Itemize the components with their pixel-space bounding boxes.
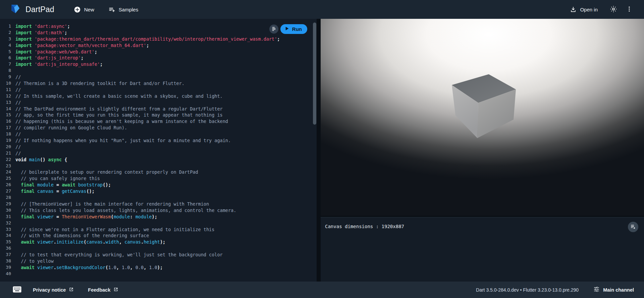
code-token: import: [15, 43, 32, 48]
code-line[interactable]: 16// happening (this is because we aren'…: [0, 118, 317, 125]
code-line[interactable]: 7import 'dart:js_interop_unsafe';: [0, 61, 317, 68]
code-token: // to yellow: [15, 258, 54, 264]
code-line[interactable]: 33 // since we're not in a Flutter appli…: [0, 226, 317, 233]
code-token: // compiler running on Google Cloud Run)…: [15, 125, 127, 130]
clear-console-button[interactable]: [628, 222, 638, 232]
code-line[interactable]: 6import 'dart:js_interop';: [0, 55, 317, 61]
line-number: 13: [0, 99, 11, 106]
code-line[interactable]: 18//: [0, 131, 317, 137]
code-line[interactable]: 31 final viewer = ThermionViewerWasm(mod…: [0, 214, 317, 220]
code-line[interactable]: 27 final canvas = getCanvas();: [0, 188, 317, 195]
code-token: import: [15, 30, 32, 35]
render-canvas[interactable]: [321, 19, 644, 216]
feedback-link[interactable]: Feedback: [88, 287, 118, 293]
code-token: // Thermion is a 3D rendering toolkit fo…: [15, 81, 184, 86]
code-text: //: [15, 87, 21, 93]
new-button[interactable]: New: [70, 3, 98, 16]
code-line[interactable]: 29 // [ThermionViewer] is the main inter…: [0, 201, 317, 207]
code-line[interactable]: 32: [0, 220, 317, 226]
code-line[interactable]: 38 // to yellow: [0, 258, 317, 264]
code-line[interactable]: 19// If nothing happens when you hit "Ru…: [0, 137, 317, 144]
console-line: Canvas dimensions : 644x298: [325, 223, 644, 230]
line-number: 31: [0, 214, 11, 220]
code-line[interactable]: 2import 'dart:math';: [0, 30, 317, 36]
code-token: // since we're not in a Flutter applicat…: [15, 227, 214, 232]
line-number: 35: [0, 239, 11, 245]
code-token: ;: [64, 30, 67, 35]
code-lines: 1import 'dart:async';2import 'dart:math'…: [0, 19, 317, 277]
line-number: 22: [0, 157, 11, 163]
right-panel: Canvas dimensions : 644x298: [321, 19, 644, 282]
overflow-menu-button[interactable]: [623, 3, 635, 16]
code-line[interactable]: 34 // with the dimensions of the renderi…: [0, 232, 317, 239]
panel-splitter[interactable]: [317, 19, 321, 282]
code-line[interactable]: 8: [0, 68, 317, 74]
code-line[interactable]: 15// app, so the first time you run this…: [0, 112, 317, 118]
format-button[interactable]: [269, 25, 278, 34]
footer: Privacy notice Feedback Dart 3.5.0-284.0…: [0, 282, 644, 298]
code-token: .: [54, 265, 56, 270]
feedback-label: Feedback: [88, 287, 110, 293]
code-line[interactable]: 21//: [0, 150, 317, 157]
code-token: //: [15, 74, 21, 80]
code-token: // In this sample, we'll create a basic …: [15, 93, 223, 99]
code-line[interactable]: 35 await viewer.initialize(canvas.width,…: [0, 239, 317, 245]
code-line[interactable]: 11//: [0, 87, 317, 93]
code-token: [26, 157, 29, 162]
code-line[interactable]: 22void main() async {: [0, 157, 317, 163]
code-text: // boilerplate to setup our rendering co…: [15, 169, 198, 175]
code-line[interactable]: 3import 'package:thermion_dart/thermion_…: [0, 36, 317, 42]
brightness-toggle-button[interactable]: [607, 3, 620, 16]
code-line[interactable]: 36: [0, 245, 317, 252]
code-token: [15, 188, 21, 194]
code-token: ;: [146, 43, 149, 48]
code-line[interactable]: 9//: [0, 74, 317, 80]
code-line[interactable]: 10// Thermion is a 3D rendering toolkit …: [0, 80, 317, 87]
code-text: await viewer.setBackgroundColor(1.0, 1.0…: [15, 264, 163, 271]
code-line[interactable]: 17// compiler running on Google Cloud Ru…: [0, 125, 317, 131]
cube-render: [321, 19, 644, 216]
code-text: import 'dart:math';: [15, 30, 67, 36]
code-line[interactable]: 5import 'package:web/web.dart';: [0, 49, 317, 55]
code-token: import: [15, 55, 32, 60]
code-text: //: [15, 99, 21, 106]
code-line[interactable]: 13//: [0, 99, 317, 106]
code-line[interactable]: 37 // to test that everything is working…: [0, 252, 317, 258]
code-line[interactable]: 24 // boilerplate to setup our rendering…: [0, 169, 317, 175]
channel-selector[interactable]: Main channel: [593, 286, 634, 294]
code-token: canvas: [124, 239, 141, 245]
open-in-button[interactable]: Open in: [567, 3, 601, 15]
code-line[interactable]: 25 // you can safely ignore this: [0, 175, 317, 182]
code-token: 'package:vector_math/vector_math_64.dart…: [35, 43, 146, 48]
code-line[interactable]: 23: [0, 163, 317, 169]
code-line[interactable]: 28: [0, 195, 317, 201]
line-number: 17: [0, 125, 11, 131]
editor-scrollbar[interactable]: [313, 23, 316, 125]
code-editor-panel[interactable]: 1import 'dart:async';2import 'dart:math'…: [0, 19, 317, 282]
code-text: void main() async {: [15, 157, 67, 163]
code-line[interactable]: 14// The DartPad environment is slightly…: [0, 106, 317, 112]
playlist-add-icon: [108, 6, 115, 13]
line-number: 7: [0, 61, 11, 68]
code-line[interactable]: 40: [0, 271, 317, 277]
code-line[interactable]: 30 // This class lets you load assets, l…: [0, 207, 317, 214]
code-line[interactable]: 20//: [0, 144, 317, 150]
code-line[interactable]: 4import 'package:vector_math/vector_math…: [0, 42, 317, 49]
code-line[interactable]: 26 final module = await bootstrap();: [0, 182, 317, 188]
code-line[interactable]: 12// In this sample, we'll create a basi…: [0, 93, 317, 99]
code-token: (: [111, 214, 114, 219]
external-link-icon: [113, 287, 118, 293]
code-line[interactable]: 39 await viewer.setBackgroundColor(1.0, …: [0, 264, 317, 271]
channel-label: Main channel: [603, 287, 634, 293]
run-button[interactable]: Run: [280, 24, 307, 34]
line-number: 18: [0, 131, 11, 137]
line-number: 2: [0, 30, 11, 36]
code-token: canvas: [86, 239, 103, 245]
samples-button[interactable]: Samples: [105, 3, 142, 16]
line-number: 39: [0, 264, 11, 271]
privacy-notice-link[interactable]: Privacy notice: [33, 287, 74, 293]
code-text: // app, so the first time you run this s…: [15, 112, 223, 118]
code-token: {: [62, 157, 67, 162]
keyboard-shortcuts-button[interactable]: [11, 284, 23, 296]
code-token: ();: [86, 188, 94, 194]
